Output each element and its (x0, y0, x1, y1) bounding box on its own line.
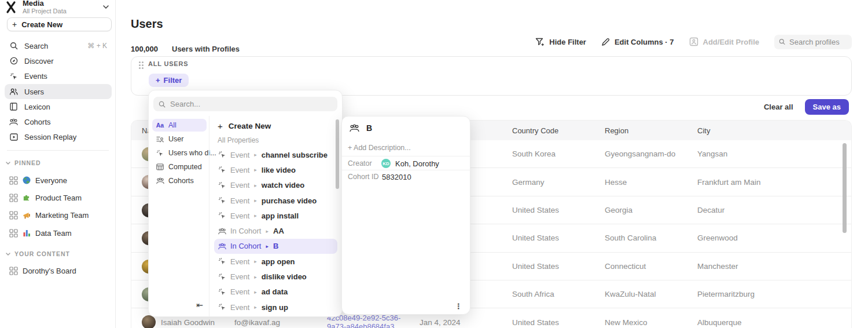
sidebar-item-everyone[interactable]: Everyone (5, 172, 112, 189)
property-name: purchase video (262, 196, 317, 205)
chevron-down-icon (6, 253, 10, 256)
workspace-name: Media (23, 0, 67, 8)
tab-computed[interactable]: Computed (152, 161, 207, 173)
clear-all-button[interactable]: Clear all (764, 103, 793, 111)
collapse-panel-icon[interactable]: ⇤ (196, 300, 203, 309)
tab-users-who-did[interactable]: Users who di... (152, 147, 207, 159)
globe-icon (23, 176, 31, 184)
tab-cohorts[interactable]: Cohorts (152, 174, 207, 187)
filter-property-option[interactable]: Event ▸ app install (214, 208, 337, 223)
drag-handle-icon[interactable] (139, 61, 141, 63)
property-prefix: Event (230, 166, 249, 174)
sidebar-item-lexicon[interactable]: Lexicon (5, 99, 112, 114)
cell-city: Yangsan (697, 140, 727, 167)
workspace-switcher[interactable]: Media All Project Data (5, 0, 112, 16)
shortcut-hint: ⌘ + K (87, 42, 107, 50)
filter-property-option[interactable]: In Cohort ▸ B (214, 239, 337, 254)
caret-right-icon: ▸ (253, 198, 258, 203)
sidebar-item-search[interactable]: Search ⌘ + K (5, 38, 112, 53)
sidebar-item-session-replay[interactable]: Session Replay (5, 130, 112, 145)
header-actions: Hide Filter Edit Columns · 7 Add/Edit Pr… (535, 34, 852, 50)
filter-property-option[interactable]: Event ▸ ad data (214, 285, 337, 300)
workspace-subtitle: All Project Data (23, 8, 67, 15)
sidebar-item-users[interactable]: Users (5, 84, 112, 99)
cell-country-code: Germany (512, 168, 545, 195)
tab-label: User (168, 135, 183, 143)
filter-property-option[interactable]: Event ▸ purchase video (214, 193, 337, 208)
filter-property-option[interactable]: Event ▸ channel subscribe (214, 147, 337, 162)
pinned-list: Everyone Product Team Marketing Team Dat… (5, 172, 112, 242)
edit-columns-button[interactable]: Edit Columns · 7 (601, 38, 674, 46)
add-description-button[interactable]: + Add Description... (348, 144, 411, 152)
save-as-button[interactable]: Save as (805, 99, 849, 115)
page-title: Users (131, 17, 163, 31)
sidebar-item-cohorts[interactable]: Cohorts (5, 114, 112, 129)
cohort-icon (218, 228, 226, 235)
add-filter-button[interactable]: + Filter (149, 74, 189, 87)
search-profiles-field[interactable] (789, 38, 847, 46)
computed-icon (156, 163, 164, 170)
caret-right-icon: ▸ (265, 243, 269, 249)
sidebar-item-discover[interactable]: Discover (5, 53, 112, 68)
table-scrollbar[interactable] (843, 143, 847, 233)
column-header-country-code[interactable]: Country Code (512, 121, 558, 140)
pinned-section-header[interactable]: PINNED (6, 156, 110, 169)
caret-right-icon: ▸ (253, 274, 258, 280)
cohorts-icon (156, 177, 164, 184)
avatar (142, 315, 156, 328)
caret-right-icon: ▸ (253, 183, 258, 188)
property-name: app install (262, 212, 299, 220)
caret-right-icon: ▸ (253, 304, 258, 310)
filter-property-option[interactable]: Event ▸ dislike video (214, 269, 337, 284)
dropdown-tabs: Aa All User Users who di... Computed Coh… (149, 116, 209, 316)
filter-property-option[interactable]: Event ▸ sign up (214, 300, 337, 315)
property-name: dislike video (262, 272, 307, 281)
profile-badge-icon (689, 37, 698, 46)
search-profiles-input[interactable] (774, 35, 852, 49)
column-header-region[interactable]: Region (605, 121, 628, 140)
filter-property-option[interactable]: In Cohort ▸ AA (214, 223, 337, 238)
sidebar-item-events[interactable]: Events (5, 69, 112, 84)
create-new-button[interactable]: + Create New (7, 17, 112, 31)
sidebar: Media All Project Data + Create New Sear… (0, 0, 116, 328)
cell-city: Pietermaritzburg (697, 280, 755, 308)
tab-user[interactable]: User (152, 133, 207, 145)
sidebar-item-product-team[interactable]: Product Team (5, 189, 112, 206)
create-new-property-button[interactable]: + Create New (214, 118, 337, 133)
your-content-section-header[interactable]: YOUR CONTENT (6, 247, 110, 260)
board-grid-icon (9, 267, 18, 275)
filter-property-option[interactable]: Event ▸ app open (214, 254, 337, 269)
hide-filter-button[interactable]: Hide Filter (535, 38, 586, 46)
filter-property-option[interactable]: Event ▸ watch video (214, 178, 337, 193)
board-grid-icon (9, 194, 18, 202)
sidebar-item-data-team[interactable]: Data Team (5, 224, 112, 242)
pinned-section-label: PINNED (14, 159, 41, 166)
creator-label: Creator (348, 159, 381, 167)
cell-country-code: United States (512, 224, 559, 252)
cell-region: New Mexico (605, 308, 648, 328)
property-prefix: Event (230, 212, 249, 220)
tab-all[interactable]: Aa All (152, 119, 207, 132)
sidebar-item-dorothys-board[interactable]: Dorothy's Board (5, 262, 112, 279)
filter-property-option[interactable]: Event ▸ like video (214, 162, 337, 177)
property-search-box[interactable] (153, 97, 337, 111)
cohort-id-row: Cohort ID 5832010 (348, 170, 464, 183)
event-icon (218, 151, 226, 159)
column-header-city[interactable]: City (697, 121, 710, 140)
dropdown-scrollbar[interactable] (336, 119, 339, 189)
sidebar-item-label: Discover (24, 57, 54, 65)
aa-icon: Aa (156, 122, 164, 129)
add-edit-profile-button[interactable]: Add/Edit Profile (689, 37, 760, 46)
cell-region: Connecticut (605, 253, 646, 280)
chevron-down-icon (103, 5, 109, 9)
property-prefix: Event (230, 303, 249, 312)
sidebar-item-marketing-team[interactable]: Marketing Team (5, 207, 112, 224)
tab-label: Computed (168, 163, 202, 171)
property-prefix: In Cohort (230, 242, 261, 250)
overflow-menu-icon[interactable]: ⋮ (455, 302, 462, 311)
pencil-icon (601, 38, 610, 46)
property-search-input[interactable] (170, 100, 321, 108)
all-properties-section-label: All Properties (214, 133, 337, 147)
cell-country-code: South Africa (512, 280, 554, 308)
property-options: Event ▸ channel subscribe Event ▸ like v… (214, 147, 337, 315)
